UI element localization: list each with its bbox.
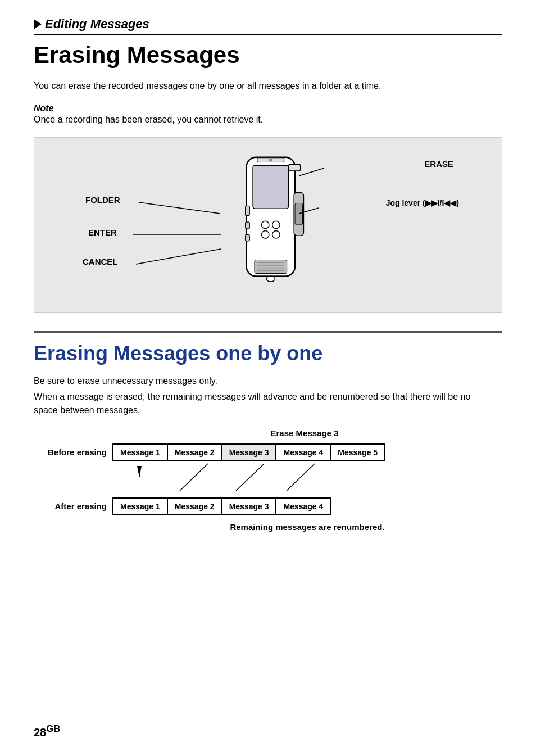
after-msg-2: Message 2 — [168, 499, 222, 514]
svg-line-24 — [136, 249, 221, 264]
remaining-label: Remaining messages are renumbered. — [112, 522, 502, 532]
erase-diagram-title: Erase Message 3 — [107, 428, 502, 438]
before-msg-4: Message 4 — [276, 445, 331, 460]
before-msg-1: Message 1 — [113, 445, 168, 460]
section-header: Editing Messages — [34, 17, 502, 31]
note-text: Once a recording has been erased, you ca… — [34, 115, 502, 125]
note-section: Note Once a recording has been erased, y… — [34, 103, 502, 125]
after-msg-4: Message 4 — [276, 499, 330, 514]
before-messages: Message 1 Message 2 Message 3 Message 4 … — [112, 443, 385, 461]
section2-title: Erasing Messages one by one — [34, 342, 502, 365]
before-msg-2: Message 2 — [168, 445, 222, 460]
before-msg-3: Message 3 — [222, 445, 277, 460]
transition-diagram — [112, 461, 502, 497]
svg-line-27 — [180, 464, 208, 491]
after-messages: Message 1 Message 2 Message 3 Message 4 — [112, 497, 331, 515]
before-erasing-row: Before erasing Message 1 Message 2 Messa… — [34, 443, 502, 461]
after-msg-1: Message 1 — [113, 499, 168, 514]
intro-text: You can erase the recorded messages one … — [34, 79, 494, 93]
after-label: After erasing — [34, 501, 112, 511]
svg-line-29 — [287, 464, 315, 491]
device-diagram-box: ERASE Jog lever (▶▶I/I◀◀) FOLDER ENTER C… — [34, 137, 502, 313]
triangle-icon — [34, 19, 42, 29]
section2-text1: Be sure to erase unnecessary messages on… — [34, 374, 502, 388]
section2-text2: When a message is erased, the remaining … — [34, 390, 494, 417]
after-msg-3: Message 3 — [222, 499, 277, 514]
svg-line-28 — [236, 464, 264, 491]
section-label: Editing Messages — [45, 17, 149, 31]
note-label: Note — [34, 103, 502, 114]
top-divider — [34, 34, 502, 35]
main-title: Erasing Messages — [34, 42, 502, 68]
page-number: 28GB — [34, 723, 60, 739]
before-label: Before erasing — [34, 447, 112, 457]
before-msg-5: Message 5 — [331, 445, 384, 460]
section2-divider — [34, 331, 502, 333]
erase-diagram: Erase Message 3 Before erasing Message 1… — [34, 428, 502, 532]
after-erasing-row: After erasing Message 1 Message 2 Messag… — [34, 497, 502, 515]
